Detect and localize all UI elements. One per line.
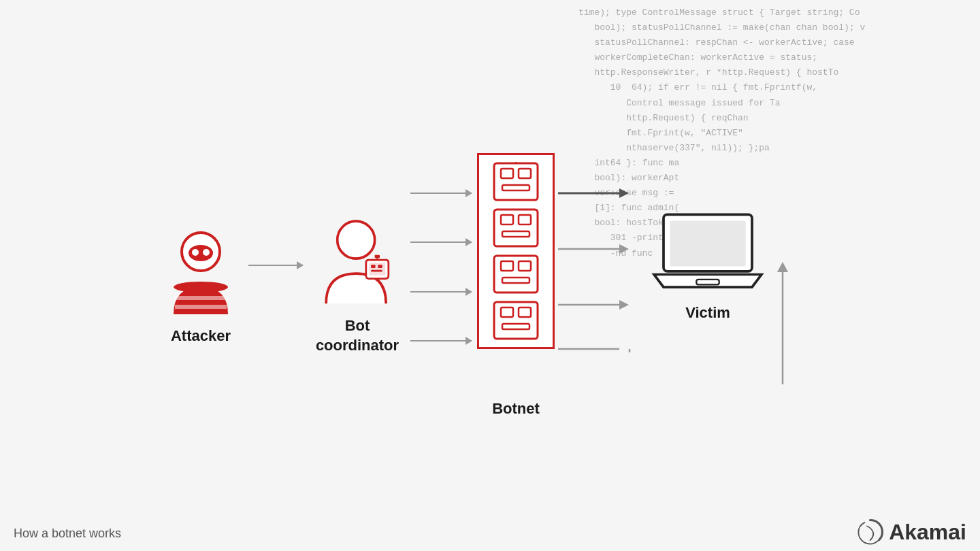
svg-point-3	[203, 249, 210, 256]
svg-rect-28	[502, 278, 529, 283]
botnet-to-victim-arrows	[558, 169, 647, 366]
svg-rect-22	[501, 215, 513, 224]
svg-rect-30	[501, 307, 513, 317]
svg-rect-31	[519, 307, 531, 317]
bot3-icon	[493, 254, 539, 294]
svg-rect-4	[174, 296, 228, 300]
victim-entity: Victim	[650, 208, 766, 323]
svg-rect-26	[501, 261, 513, 271]
svg-rect-42	[670, 220, 745, 266]
coordinator-icon	[320, 216, 395, 304]
svg-rect-23	[519, 215, 531, 224]
akamai-swoosh-icon	[855, 517, 885, 548]
svg-rect-32	[502, 324, 529, 329]
svg-point-6	[174, 282, 228, 293]
arrows-svg	[558, 169, 647, 366]
svg-marker-34	[619, 188, 629, 198]
attacker-icon	[163, 226, 238, 314]
attacker-to-coordinator-arrow	[248, 265, 303, 266]
attacker-label: Attacker	[171, 327, 231, 346]
arrow-to-bot2	[410, 241, 472, 243]
svg-marker-46	[777, 262, 788, 272]
botnet-label: Botnet	[492, 399, 540, 419]
svg-rect-27	[519, 261, 531, 271]
coordinator-to-botnet-arrows	[410, 169, 472, 366]
svg-point-7	[338, 222, 375, 259]
coordinator-entity: Bot coordinator	[310, 216, 405, 355]
bot4-to-victim-arrow	[762, 262, 803, 384]
attacker-entity: Attacker	[160, 226, 242, 346]
svg-rect-18	[502, 185, 529, 190]
svg-rect-43	[696, 280, 719, 284]
svg-rect-5	[175, 305, 227, 309]
botnet-container: Botnet	[477, 153, 555, 419]
svg-rect-12	[371, 270, 382, 272]
svg-rect-10	[371, 265, 375, 269]
footer-caption: How a botnet works	[14, 527, 121, 541]
svg-rect-17	[519, 169, 531, 178]
svg-marker-36	[619, 244, 629, 254]
bot4-icon	[493, 301, 539, 340]
svg-point-2	[192, 249, 199, 256]
diagram-wrapper: Attacker Bot co	[0, 54, 980, 517]
bot2-icon	[493, 208, 539, 248]
akamai-logo: Akamai	[855, 517, 966, 548]
bot1-icon	[493, 162, 539, 201]
arrow-to-bot4	[410, 340, 472, 341]
akamai-text: Akamai	[889, 520, 966, 545]
arrow-to-bot3	[410, 291, 472, 293]
svg-rect-16	[501, 169, 513, 178]
botnet-box	[477, 153, 555, 349]
svg-marker-38	[619, 300, 629, 310]
victim-label: Victim	[685, 303, 730, 323]
coordinator-label: Bot coordinator	[316, 316, 399, 355]
caption-text: How a botnet works	[14, 527, 121, 540]
svg-rect-9	[369, 263, 385, 276]
svg-rect-11	[378, 265, 382, 269]
svg-rect-14	[375, 255, 380, 258]
arrow-to-bot1	[410, 193, 472, 194]
victim-icon	[650, 208, 766, 297]
svg-rect-24	[502, 231, 529, 237]
